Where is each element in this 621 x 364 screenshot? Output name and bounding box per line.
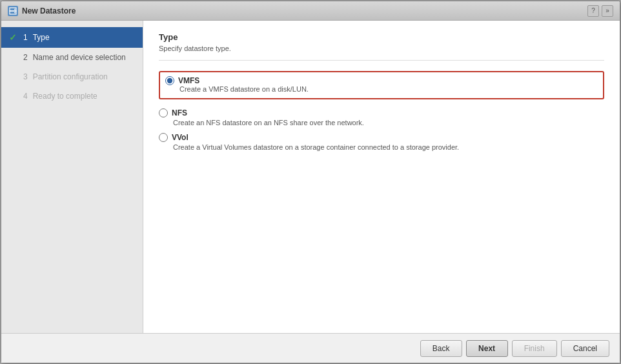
sidebar-step4-label: Ready to complete xyxy=(33,92,97,101)
svg-point-2 xyxy=(14,8,15,10)
sidebar-item-name-device[interactable]: 2 Name and device selection xyxy=(1,48,143,67)
vvol-radio[interactable] xyxy=(159,133,168,142)
cancel-button[interactable]: Cancel xyxy=(561,340,609,357)
nfs-option: NFS Create an NFS datastore on an NFS sh… xyxy=(159,108,604,126)
back-button[interactable]: Back xyxy=(420,340,462,357)
section-title: Type xyxy=(159,32,604,42)
vmfs-label-row: VMFS xyxy=(165,76,596,85)
sidebar-step1-label: Type xyxy=(33,33,50,42)
section-subtitle: Specify datastore type. xyxy=(159,45,604,52)
more-button[interactable]: » xyxy=(602,5,613,17)
nfs-radio[interactable] xyxy=(159,108,168,117)
vmfs-option: VMFS Create a VMFS datastore on a disk/L… xyxy=(159,71,604,102)
finish-button[interactable]: Finish xyxy=(512,340,557,357)
sidebar-step3-number: 3 xyxy=(23,72,28,81)
dialog: New Datastore ? » ✓ 1 Type 2 Name and de… xyxy=(1,1,620,363)
svg-point-3 xyxy=(14,12,15,13)
vvol-desc: Create a Virtual Volumes datastore on a … xyxy=(173,143,604,151)
title-bar-actions: ? » xyxy=(587,5,613,17)
sidebar-step2-label: Name and device selection xyxy=(33,53,126,62)
sidebar-item-type[interactable]: ✓ 1 Type xyxy=(1,27,143,48)
sidebar-item-ready: 4 Ready to complete xyxy=(1,86,143,106)
radio-group: VMFS Create a VMFS datastore on a disk/L… xyxy=(159,71,604,151)
title-bar-left: New Datastore xyxy=(8,6,76,16)
sidebar: ✓ 1 Type 2 Name and device selection 3 P… xyxy=(1,21,143,333)
next-button[interactable]: Next xyxy=(466,340,508,357)
divider xyxy=(159,60,604,61)
main-content: Type Specify datastore type. VMFS Create… xyxy=(143,21,620,333)
help-button[interactable]: ? xyxy=(587,5,599,17)
vvol-label[interactable]: VVol xyxy=(172,133,188,142)
sidebar-step1-number: 1 xyxy=(23,33,28,42)
datastore-icon xyxy=(8,6,18,16)
footer: Back Next Finish Cancel xyxy=(1,333,620,363)
nfs-label[interactable]: NFS xyxy=(172,108,187,117)
vmfs-desc: Create a VMFS datastore on a disk/LUN. xyxy=(179,85,596,93)
step1-check: ✓ xyxy=(9,32,18,43)
nfs-desc: Create an NFS datastore on an NFS share … xyxy=(173,119,604,126)
sidebar-step2-number: 2 xyxy=(23,53,28,62)
vvol-option: VVol Create a Virtual Volumes datastore … xyxy=(159,133,604,151)
vmfs-highlight-box: VMFS Create a VMFS datastore on a disk/L… xyxy=(159,71,604,99)
dialog-title: New Datastore xyxy=(22,6,76,15)
title-bar: New Datastore ? » xyxy=(1,1,620,21)
vmfs-radio[interactable] xyxy=(165,76,174,85)
vvol-label-row: VVol xyxy=(159,133,604,142)
vmfs-label[interactable]: VMFS xyxy=(178,76,199,85)
sidebar-item-partition: 3 Partition configuration xyxy=(1,67,143,86)
sidebar-step3-label: Partition configuration xyxy=(33,72,108,81)
sidebar-step4-number: 4 xyxy=(23,92,28,101)
nfs-label-row: NFS xyxy=(159,108,604,117)
dialog-body: ✓ 1 Type 2 Name and device selection 3 P… xyxy=(1,21,620,333)
